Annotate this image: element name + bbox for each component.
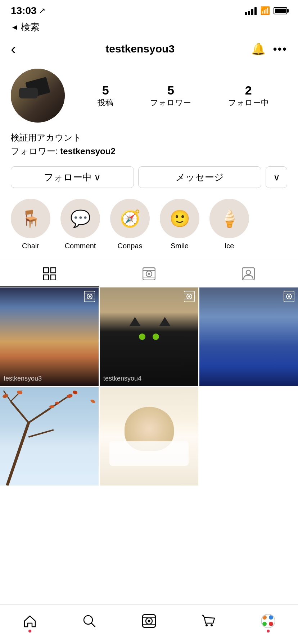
action-buttons: フォロー中 ∨ メッセージ ∨ xyxy=(0,163,298,192)
ice-icon: 🍦 xyxy=(219,209,240,228)
highlight-circle-ice: 🍦 xyxy=(209,199,249,238)
tab-grid[interactable] xyxy=(0,261,99,287)
post-3[interactable] xyxy=(199,288,298,386)
chair-icon: 🪑 xyxy=(21,209,41,228)
svg-line-30 xyxy=(28,430,53,437)
avatar xyxy=(11,69,65,123)
more-dropdown-button[interactable]: ∨ xyxy=(266,166,287,188)
svg-line-26 xyxy=(7,423,29,486)
svg-rect-3 xyxy=(51,275,56,280)
svg-rect-1 xyxy=(51,268,56,273)
highlights-section: 🪑 Chair 💬 Comment 🧭 Conpas 🙂 Smile 🍦 Ice xyxy=(0,192,298,257)
nav-profile[interactable] xyxy=(261,614,275,628)
followers-stat[interactable]: 5 フォロワー xyxy=(150,83,191,108)
bio-follower-line: フォロワー: testkensyou2 xyxy=(11,146,287,157)
shop-icon xyxy=(202,614,216,628)
profile-nav-icon xyxy=(261,614,275,628)
watermark-1: testkensyou3 xyxy=(4,375,42,382)
search-icon xyxy=(82,614,96,628)
svg-point-38 xyxy=(55,402,59,405)
post-4[interactable] xyxy=(0,387,99,486)
back-arrow-small: ◄ xyxy=(11,23,19,32)
home-dot xyxy=(28,630,31,632)
highlight-comment[interactable]: 💬 Comment xyxy=(60,199,100,250)
location-icon: ↗ xyxy=(39,6,45,15)
followers-count: 5 xyxy=(150,83,191,97)
bottom-navigation xyxy=(0,604,298,644)
following-count: 2 xyxy=(228,83,269,97)
post-5[interactable] xyxy=(100,387,198,486)
back-label[interactable]: 検索 xyxy=(21,21,40,33)
svg-point-23 xyxy=(288,295,290,298)
nav-search[interactable] xyxy=(82,614,96,628)
grid-icon xyxy=(43,267,56,280)
tab-reels[interactable] xyxy=(99,261,199,287)
profile-dot xyxy=(267,630,270,632)
status-bar: 13:03 ↗ 📶 xyxy=(0,0,298,19)
wifi-icon: 📶 xyxy=(260,6,270,15)
posts-stat: 5 投稿 xyxy=(98,83,113,108)
svg-point-13 xyxy=(89,295,91,298)
profile-stats: 5 投稿 5 フォロワー 2 フォロー中 xyxy=(79,83,287,108)
status-time: 13:03 xyxy=(11,5,37,17)
following-stat[interactable]: 2 フォロー中 xyxy=(228,83,269,108)
svg-rect-0 xyxy=(44,268,49,273)
signal-icon xyxy=(245,6,257,15)
svg-point-6 xyxy=(148,273,150,275)
svg-point-39 xyxy=(90,399,96,404)
highlight-label-conpas: Conpas xyxy=(118,242,143,250)
svg-point-18 xyxy=(188,295,190,298)
highlight-label-comment: Comment xyxy=(65,242,96,250)
follower-name[interactable]: testkensyou2 xyxy=(60,146,115,156)
post-2[interactable]: testkensyou4 xyxy=(100,288,198,386)
profile-info-section: 5 投稿 5 フォロワー 2 フォロー中 xyxy=(0,61,298,130)
svg-point-52 xyxy=(269,622,273,626)
following-label: フォロー中 xyxy=(228,98,269,107)
tab-tagged[interactable] xyxy=(199,261,298,287)
message-button[interactable]: メッセージ xyxy=(138,166,261,188)
highlight-label-smile: Smile xyxy=(171,242,189,250)
home-icon xyxy=(23,614,37,628)
post-1[interactable]: testkensyou3 xyxy=(0,288,99,386)
highlight-circle-chair: 🪑 xyxy=(11,199,50,238)
nav-home[interactable] xyxy=(23,614,37,628)
profile-username: testkensyou3 xyxy=(29,43,251,55)
more-options-icon[interactable]: ••• xyxy=(273,42,287,56)
back-button[interactable]: ‹ xyxy=(11,40,29,58)
smile-icon: 🙂 xyxy=(170,209,190,228)
follow-chevron-icon: ∨ xyxy=(94,172,101,183)
compass-icon: 🧭 xyxy=(120,209,140,228)
back-navigation: ◄ 検索 xyxy=(0,19,298,36)
highlight-smile[interactable]: 🙂 Smile xyxy=(160,199,199,250)
nav-shop[interactable] xyxy=(202,614,216,628)
content-tabs xyxy=(0,261,298,288)
highlight-ice[interactable]: 🍦 Ice xyxy=(209,199,249,250)
followers-label: フォロワー xyxy=(150,98,191,107)
reel-badge-2 xyxy=(184,291,195,304)
svg-point-47 xyxy=(206,624,208,626)
bio-section: 検証用アカウント フォロワー: testkensyou2 xyxy=(0,130,298,163)
notification-bell-icon[interactable]: 🔔 xyxy=(251,42,266,56)
svg-line-28 xyxy=(28,409,50,423)
svg-point-44 xyxy=(148,620,150,622)
highlight-chair[interactable]: 🪑 Chair xyxy=(11,199,50,250)
highlight-label-chair: Chair xyxy=(22,242,39,250)
follow-button[interactable]: フォロー中 ∨ xyxy=(11,166,134,188)
highlight-circle-conpas: 🧭 xyxy=(110,199,150,238)
highlight-conpas[interactable]: 🧭 Conpas xyxy=(110,199,150,250)
reel-badge-3 xyxy=(284,291,294,304)
highlight-label-ice: Ice xyxy=(225,242,234,250)
bio-line1: 検証用アカウント xyxy=(11,131,287,144)
highlight-circle-comment: 💬 xyxy=(60,199,100,238)
svg-line-27 xyxy=(11,401,29,423)
header-action-icons: 🔔 ••• xyxy=(251,42,287,56)
nav-reels[interactable] xyxy=(142,614,156,628)
post-6-empty xyxy=(199,387,298,486)
reel-badge-1 xyxy=(84,291,95,304)
svg-point-49 xyxy=(262,615,267,620)
svg-point-51 xyxy=(262,622,267,626)
battery-icon xyxy=(274,7,287,14)
comment-icon: 💬 xyxy=(70,209,91,228)
highlight-circle-smile: 🙂 xyxy=(160,199,199,238)
posts-count: 5 xyxy=(98,83,113,97)
